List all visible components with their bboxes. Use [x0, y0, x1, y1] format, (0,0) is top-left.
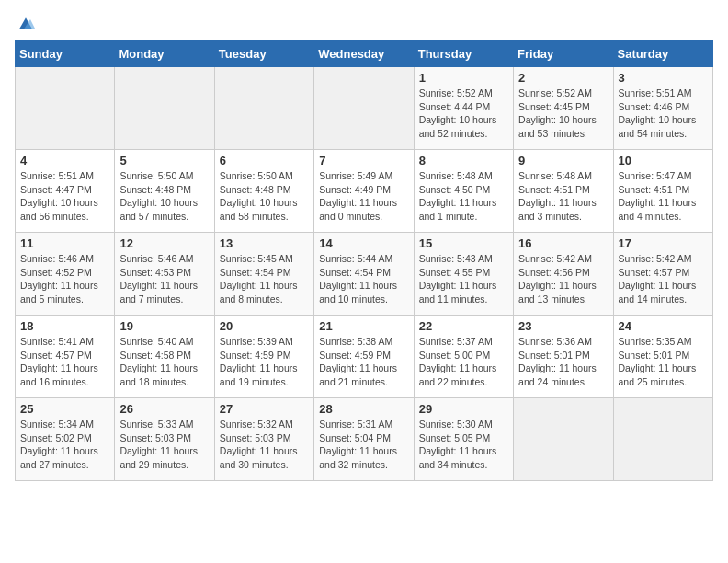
calendar-cell: 10Sunrise: 5:47 AMSunset: 4:51 PMDayligh…	[613, 150, 712, 233]
calendar-cell	[613, 398, 712, 481]
day-number: 21	[319, 319, 408, 333]
header-tuesday: Tuesday	[214, 41, 313, 67]
calendar-cell: 27Sunrise: 5:32 AMSunset: 5:03 PMDayligh…	[214, 398, 313, 481]
header-saturday: Saturday	[613, 41, 712, 67]
day-number: 14	[319, 236, 408, 250]
cell-info: Sunrise: 5:38 AMSunset: 4:59 PMDaylight:…	[319, 335, 408, 389]
cell-info: Sunrise: 5:51 AMSunset: 4:47 PMDaylight:…	[20, 169, 109, 224]
calendar-cell: 8Sunrise: 5:48 AMSunset: 4:50 PMDaylight…	[414, 150, 513, 233]
calendar-cell: 1Sunrise: 5:52 AMSunset: 4:44 PMDaylight…	[414, 67, 513, 150]
header-thursday: Thursday	[414, 41, 513, 67]
calendar-cell: 23Sunrise: 5:36 AMSunset: 5:01 PMDayligh…	[514, 316, 613, 398]
calendar-cell: 14Sunrise: 5:44 AMSunset: 4:54 PMDayligh…	[314, 233, 414, 316]
cell-info: Sunrise: 5:30 AMSunset: 5:05 PMDaylight:…	[419, 418, 508, 472]
cell-info: Sunrise: 5:41 AMSunset: 4:57 PMDaylight:…	[20, 335, 109, 389]
cell-info: Sunrise: 5:52 AMSunset: 4:44 PMDaylight:…	[419, 86, 508, 141]
logo-icon	[17, 15, 35, 33]
calendar-cell: 11Sunrise: 5:46 AMSunset: 4:52 PMDayligh…	[16, 233, 115, 316]
calendar-cell	[214, 67, 313, 150]
cell-info: Sunrise: 5:40 AMSunset: 4:58 PMDaylight:…	[119, 335, 209, 389]
calendar-cell: 22Sunrise: 5:37 AMSunset: 5:00 PMDayligh…	[414, 316, 513, 398]
calendar-cell: 17Sunrise: 5:42 AMSunset: 4:57 PMDayligh…	[613, 233, 712, 316]
week-row-4: 18Sunrise: 5:41 AMSunset: 4:57 PMDayligh…	[16, 316, 713, 398]
cell-info: Sunrise: 5:49 AMSunset: 4:49 PMDaylight:…	[319, 169, 408, 224]
day-number: 4	[20, 154, 109, 167]
day-number: 26	[119, 402, 209, 416]
cell-info: Sunrise: 5:32 AMSunset: 5:03 PMDaylight:…	[220, 418, 309, 472]
day-number: 24	[619, 319, 708, 333]
calendar-cell: 25Sunrise: 5:34 AMSunset: 5:02 PMDayligh…	[16, 398, 115, 481]
cell-info: Sunrise: 5:46 AMSunset: 4:52 PMDaylight:…	[20, 252, 109, 306]
day-number: 27	[220, 402, 309, 416]
header-friday: Friday	[514, 41, 613, 67]
cell-info: Sunrise: 5:45 AMSunset: 4:54 PMDaylight:…	[220, 252, 309, 306]
day-number: 19	[119, 319, 209, 333]
day-number: 20	[220, 319, 309, 333]
calendar-cell: 6Sunrise: 5:50 AMSunset: 4:48 PMDaylight…	[214, 150, 313, 233]
calendar-cell	[115, 67, 214, 150]
day-number: 11	[20, 236, 109, 250]
cell-info: Sunrise: 5:39 AMSunset: 4:59 PMDaylight:…	[220, 335, 309, 389]
day-number: 18	[20, 319, 109, 333]
week-row-3: 11Sunrise: 5:46 AMSunset: 4:52 PMDayligh…	[16, 233, 713, 316]
cell-info: Sunrise: 5:50 AMSunset: 4:48 PMDaylight:…	[220, 169, 309, 224]
day-number: 15	[419, 236, 508, 250]
day-number: 28	[319, 402, 408, 416]
calendar-cell: 24Sunrise: 5:35 AMSunset: 5:01 PMDayligh…	[613, 316, 712, 398]
cell-info: Sunrise: 5:35 AMSunset: 5:01 PMDaylight:…	[619, 335, 708, 389]
cell-info: Sunrise: 5:37 AMSunset: 5:00 PMDaylight:…	[419, 335, 508, 389]
calendar-cell: 18Sunrise: 5:41 AMSunset: 4:57 PMDayligh…	[16, 316, 115, 398]
calendar-cell: 7Sunrise: 5:49 AMSunset: 4:49 PMDaylight…	[314, 150, 414, 233]
calendar-cell: 19Sunrise: 5:40 AMSunset: 4:58 PMDayligh…	[115, 316, 214, 398]
cell-info: Sunrise: 5:33 AMSunset: 5:03 PMDaylight:…	[119, 418, 209, 472]
cell-info: Sunrise: 5:43 AMSunset: 4:55 PMDaylight:…	[419, 252, 508, 306]
calendar-cell	[16, 67, 115, 150]
day-number: 5	[119, 154, 209, 167]
calendar-cell: 5Sunrise: 5:50 AMSunset: 4:48 PMDaylight…	[115, 150, 214, 233]
cell-info: Sunrise: 5:47 AMSunset: 4:51 PMDaylight:…	[619, 169, 708, 224]
cell-info: Sunrise: 5:44 AMSunset: 4:54 PMDaylight:…	[319, 252, 408, 306]
calendar-cell: 13Sunrise: 5:45 AMSunset: 4:54 PMDayligh…	[214, 233, 313, 316]
calendar-cell: 16Sunrise: 5:42 AMSunset: 4:56 PMDayligh…	[514, 233, 613, 316]
day-number: 12	[119, 236, 209, 250]
calendar-cell: 9Sunrise: 5:48 AMSunset: 4:51 PMDaylight…	[514, 150, 613, 233]
day-number: 29	[419, 402, 508, 416]
calendar-cell: 29Sunrise: 5:30 AMSunset: 5:05 PMDayligh…	[414, 398, 513, 481]
week-row-2: 4Sunrise: 5:51 AMSunset: 4:47 PMDaylight…	[16, 150, 713, 233]
cell-info: Sunrise: 5:52 AMSunset: 4:45 PMDaylight:…	[518, 86, 608, 141]
calendar-cell: 20Sunrise: 5:39 AMSunset: 4:59 PMDayligh…	[214, 316, 313, 398]
calendar-cell	[314, 67, 414, 150]
day-number: 17	[619, 236, 708, 250]
cell-info: Sunrise: 5:34 AMSunset: 5:02 PMDaylight:…	[20, 418, 109, 472]
cell-info: Sunrise: 5:51 AMSunset: 4:46 PMDaylight:…	[619, 86, 708, 141]
week-row-5: 25Sunrise: 5:34 AMSunset: 5:02 PMDayligh…	[16, 398, 713, 481]
day-number: 3	[619, 71, 708, 85]
cell-info: Sunrise: 5:46 AMSunset: 4:53 PMDaylight:…	[119, 252, 209, 306]
day-number: 6	[220, 154, 309, 167]
day-number: 22	[419, 319, 508, 333]
calendar-cell: 21Sunrise: 5:38 AMSunset: 4:59 PMDayligh…	[314, 316, 414, 398]
cell-info: Sunrise: 5:48 AMSunset: 4:51 PMDaylight:…	[518, 169, 608, 224]
cell-info: Sunrise: 5:42 AMSunset: 4:56 PMDaylight:…	[518, 252, 608, 306]
header-monday: Monday	[115, 41, 214, 67]
day-number: 13	[220, 236, 309, 250]
calendar-cell: 15Sunrise: 5:43 AMSunset: 4:55 PMDayligh…	[414, 233, 513, 316]
calendar-cell	[514, 398, 613, 481]
calendar-cell: 28Sunrise: 5:31 AMSunset: 5:04 PMDayligh…	[314, 398, 414, 481]
cell-info: Sunrise: 5:36 AMSunset: 5:01 PMDaylight:…	[518, 335, 608, 389]
day-number: 1	[419, 71, 508, 85]
calendar-cell: 26Sunrise: 5:33 AMSunset: 5:03 PMDayligh…	[115, 398, 214, 481]
day-number: 23	[518, 319, 608, 333]
header-wednesday: Wednesday	[314, 41, 414, 67]
cell-info: Sunrise: 5:31 AMSunset: 5:04 PMDaylight:…	[319, 418, 408, 472]
day-number: 2	[518, 71, 608, 85]
calendar-table: SundayMondayTuesdayWednesdayThursdayFrid…	[15, 40, 713, 481]
cell-info: Sunrise: 5:48 AMSunset: 4:50 PMDaylight:…	[419, 169, 508, 224]
calendar-cell: 12Sunrise: 5:46 AMSunset: 4:53 PMDayligh…	[115, 233, 214, 316]
header-sunday: Sunday	[16, 41, 115, 67]
day-number: 16	[518, 236, 608, 250]
logo	[15, 15, 35, 33]
calendar-cell: 2Sunrise: 5:52 AMSunset: 4:45 PMDaylight…	[514, 67, 613, 150]
cell-info: Sunrise: 5:42 AMSunset: 4:57 PMDaylight:…	[619, 252, 708, 306]
day-number: 10	[619, 154, 708, 167]
